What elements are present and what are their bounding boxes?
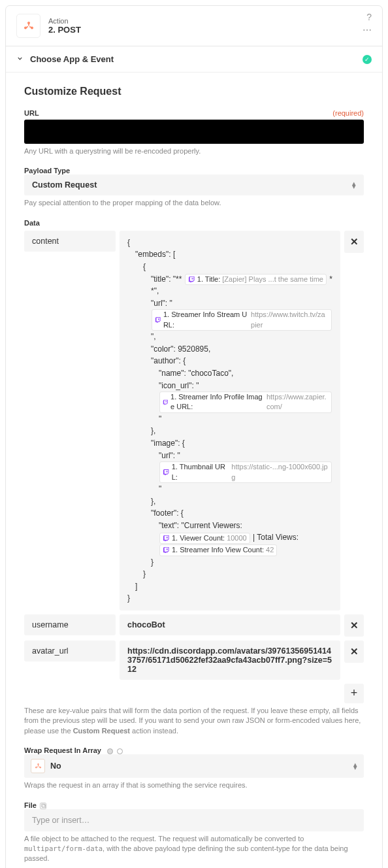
payload-type-select[interactable]: Custom Request ▴▾: [24, 175, 364, 195]
file-input[interactable]: Type or insert…: [24, 809, 364, 831]
step-title: 2. POST: [48, 25, 81, 35]
payload-type-helper: Pay special attention to the proper mapp…: [24, 198, 364, 208]
choose-app-event-section[interactable]: Choose App & Event ✓: [6, 46, 382, 73]
svg-point-0: [27, 22, 29, 24]
add-row-button[interactable]: +: [344, 684, 364, 703]
select-arrows-icon: ▴▾: [352, 182, 356, 189]
data-row-avatar: avatar_url https://cdn.discordapp.com/av…: [24, 641, 364, 680]
file-helper: A file object to be attached to the requ…: [24, 834, 364, 864]
data-row-content: content { "embeds": [ { "title": "** 1. …: [24, 231, 364, 610]
svg-point-1: [24, 27, 26, 29]
payload-type-label: Payload Type: [24, 167, 364, 175]
data-value-content[interactable]: { "embeds": [ { "title": "** 1. Title: […: [120, 231, 340, 610]
pill-thumbnail-url[interactable]: 1. Thumbnail URL: https://static-...ng-1…: [159, 461, 332, 483]
pill-stream-url[interactable]: 1. Streamer Info Stream URL: https://www…: [152, 309, 332, 331]
data-value-avatar[interactable]: https://cdn.discordapp.com/avatars/39761…: [120, 641, 340, 680]
app-icon: [16, 14, 40, 38]
twitch-icon: [188, 276, 195, 283]
wrap-select[interactable]: No ▴▾: [24, 754, 364, 778]
more-icon[interactable]: ⋯: [363, 25, 372, 35]
webhooks-icon: [31, 759, 45, 773]
step-kind-label: Action: [48, 17, 81, 25]
svg-point-5: [39, 767, 40, 768]
twitch-icon: [155, 316, 161, 324]
select-arrows-icon: ▴▾: [353, 763, 357, 770]
twitch-icon: [163, 535, 170, 542]
twitch-icon: [163, 469, 170, 476]
url-input[interactable]: [24, 120, 364, 144]
help-icon[interactable]: ?: [366, 12, 372, 22]
customize-heading: Customize Request: [24, 86, 364, 97]
section-title: Choose App & Event: [30, 54, 363, 64]
status-complete-icon: ✓: [363, 55, 372, 64]
url-required-tag: (required): [332, 109, 364, 117]
pill-profile-image-url[interactable]: 1. Streamer Info Profile Image URL: http…: [159, 392, 332, 413]
pill-viewer-count[interactable]: 1. Viewer Count: 10000: [159, 533, 250, 544]
delete-row-button[interactable]: ✕: [344, 614, 364, 637]
file-info-icon[interactable]: ⧉: [40, 803, 46, 809]
delete-row-button[interactable]: ✕: [344, 231, 364, 253]
data-row-username: username chocoBot ✕: [24, 614, 364, 637]
data-label: Data: [24, 219, 364, 227]
svg-point-2: [31, 27, 33, 29]
wrap-radio[interactable]: [117, 748, 123, 754]
chevron-down-icon: [16, 54, 24, 64]
twitch-icon: [163, 546, 170, 554]
step-header: Action 2. POST ? ⋯: [6, 6, 382, 46]
data-value-username[interactable]: chocoBot: [120, 614, 340, 635]
data-key-username[interactable]: username: [24, 614, 116, 635]
delete-row-button[interactable]: ✕: [344, 641, 364, 663]
svg-point-4: [35, 767, 37, 768]
twitch-icon: [163, 399, 169, 406]
data-helper: These are key-value pairs that will form…: [24, 706, 364, 736]
pill-view-count[interactable]: 1. Streamer Info View Count: 42: [159, 544, 277, 556]
wrap-helper: Wraps the request in an array if that is…: [24, 780, 364, 790]
data-kv-grid: content { "embeds": [ { "title": "** 1. …: [24, 231, 364, 703]
wrap-radio[interactable]: [107, 748, 113, 754]
data-key-avatar[interactable]: avatar_url: [24, 641, 116, 661]
svg-point-3: [37, 763, 39, 765]
data-key-content[interactable]: content: [24, 231, 116, 252]
file-label: File ⧉: [24, 801, 364, 809]
pill-title[interactable]: 1. Title: [Zapier] Plays ...t the same t…: [185, 274, 327, 285]
wrap-label: Wrap Request In Array: [24, 746, 364, 754]
url-helper: Any URL with a querystring will be re-en…: [24, 146, 364, 156]
url-label: URL: [24, 109, 39, 117]
